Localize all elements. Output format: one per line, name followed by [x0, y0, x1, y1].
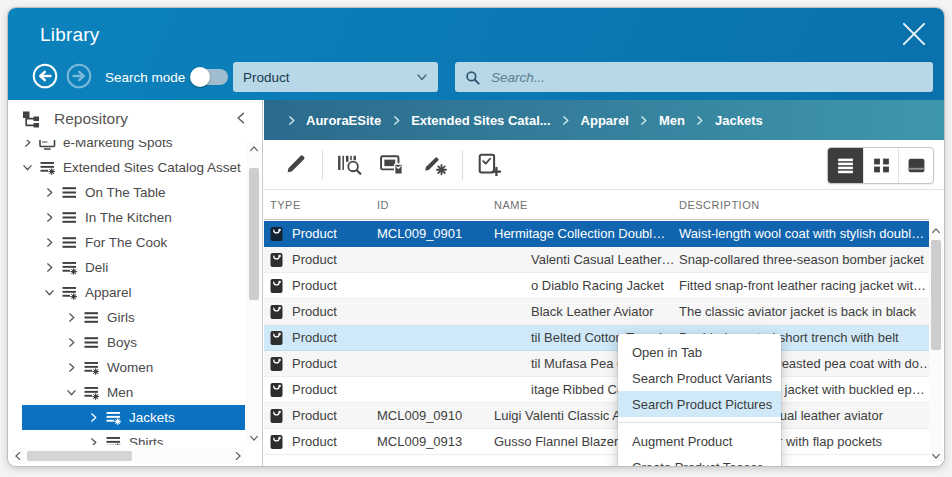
- table-row[interactable]: Productitage Ribbed Collar Le…Chocolate …: [264, 377, 929, 403]
- table-row[interactable]: ProductMCL009_0901Hermitage Collection D…: [264, 221, 929, 247]
- tree-item-label: For The Cook: [85, 235, 167, 250]
- breadcrumb-item[interactable]: Extended Sites Catal...: [411, 113, 550, 128]
- tree-item-shirts[interactable]: Shirts: [8, 430, 245, 445]
- forward-button[interactable]: [66, 63, 92, 89]
- tree-item-apparel[interactable]: Apparel: [8, 280, 245, 305]
- back-button[interactable]: [32, 63, 58, 89]
- tree-item-men[interactable]: Men: [8, 380, 245, 405]
- list-icon: [61, 210, 78, 225]
- grid-view-button[interactable]: [863, 148, 898, 183]
- tree-item-deli[interactable]: Deli: [8, 255, 245, 280]
- table-row[interactable]: ProductValenti Casual Leather…Snap-colla…: [264, 247, 929, 273]
- menu-item-search-product-pictures[interactable]: Search Product Pictures: [618, 391, 781, 417]
- table-row[interactable]: Producttil Mufasa Pea CoatElegant double…: [264, 351, 929, 377]
- sidebar-horizontal-scrollbar[interactable]: [11, 449, 244, 463]
- list-view-button[interactable]: [828, 148, 863, 183]
- menu-item-augment-product[interactable]: Augment Product: [618, 428, 781, 454]
- breadcrumb-chevron-icon: [381, 115, 411, 126]
- list-icon: [83, 310, 100, 325]
- breadcrumb-item[interactable]: Jackets: [715, 113, 763, 128]
- cell-description: Waist-length wool coat with stylish doub…: [679, 226, 929, 241]
- column-header-description[interactable]: DESCRIPTION: [679, 199, 929, 211]
- card-view-button[interactable]: [898, 148, 933, 183]
- chevron-down-icon[interactable]: [44, 287, 61, 298]
- chevron-right-icon[interactable]: [88, 412, 105, 423]
- search-type-dropdown[interactable]: Product: [233, 62, 438, 92]
- scroll-left-icon[interactable]: [11, 449, 24, 462]
- scroll-up-icon[interactable]: [929, 224, 942, 237]
- tree-item-women[interactable]: Women: [8, 355, 245, 380]
- menu-item-open-in-tab[interactable]: Open in Tab: [618, 339, 781, 365]
- breadcrumb-item[interactable]: Men: [659, 113, 685, 128]
- tree-item-girls[interactable]: Girls: [8, 305, 245, 330]
- chevron-right-icon[interactable]: [44, 187, 61, 198]
- search-type-value: Product: [243, 70, 290, 85]
- chevron-down-icon[interactable]: [22, 162, 39, 173]
- scroll-up-icon[interactable]: [247, 142, 260, 155]
- tree-item-label: Deli: [85, 260, 108, 275]
- breadcrumb-chevron-icon: [685, 115, 715, 126]
- augment-button[interactable]: [423, 153, 448, 176]
- table-row[interactable]: ProductMCL009_0913Gusso Flannel BlazerTw…: [264, 429, 929, 455]
- breadcrumb-item[interactable]: AuroraESite: [306, 113, 381, 128]
- close-icon[interactable]: [900, 20, 928, 48]
- tree-item-on-the-table[interactable]: On The Table: [8, 180, 245, 205]
- chevron-right-icon[interactable]: [88, 437, 105, 445]
- search-input[interactable]: [489, 69, 923, 86]
- chevron-right-icon[interactable]: [22, 140, 39, 148]
- chevron-down-icon[interactable]: [66, 387, 83, 398]
- scroll-down-icon[interactable]: [929, 449, 942, 462]
- menu-item-create-product-teaser[interactable]: Create Product Teaser: [618, 454, 781, 466]
- chevron-right-icon[interactable]: [66, 362, 83, 373]
- column-header-id[interactable]: ID: [377, 199, 494, 211]
- chevron-right-icon[interactable]: [44, 262, 61, 273]
- chevron-right-icon[interactable]: [44, 212, 61, 223]
- table-row[interactable]: Producttil Belted Cotton TrenchDouble-br…: [264, 325, 929, 351]
- sidebar-collapse-icon[interactable]: [234, 111, 248, 125]
- tree-item-boys[interactable]: Boys: [8, 330, 245, 355]
- search-variants-button[interactable]: [337, 153, 362, 176]
- table-row[interactable]: ProductBlack Leather AviatorThe classic …: [264, 299, 929, 325]
- scroll-right-icon[interactable]: [231, 449, 244, 462]
- scrollbar-thumb[interactable]: [27, 451, 132, 461]
- column-header-type[interactable]: TYPE: [270, 199, 377, 211]
- view-switcher: [827, 147, 934, 184]
- tree-item-label: Boys: [107, 335, 137, 350]
- table-row[interactable]: Producto Diablo Racing JacketFitted snap…: [264, 273, 929, 299]
- scrollbar-thumb[interactable]: [249, 168, 259, 300]
- cell-name: Valenti Casual Leather…: [494, 252, 679, 267]
- menu-item-search-product-variants[interactable]: Search Product Variants: [618, 365, 781, 391]
- column-header-name[interactable]: NAME: [494, 199, 679, 211]
- cell-type: Product: [292, 304, 337, 319]
- catalog-icon: [105, 435, 122, 445]
- tree-item-label: Jackets: [129, 410, 175, 425]
- search-box: [455, 62, 933, 92]
- titlebar: Library Search mode Product: [8, 8, 944, 100]
- cell-id: MCL009_0901: [377, 226, 494, 241]
- search-mode-toggle[interactable]: [192, 69, 228, 85]
- table-row[interactable]: ProductMCL009_0910Luigi Valenti Classic …: [264, 403, 929, 429]
- scroll-down-icon[interactable]: [247, 431, 260, 444]
- scrollbar-thumb[interactable]: [931, 240, 941, 350]
- tree-item-extended-sites-catalog-asset-s[interactable]: Extended Sites Catalog Asset S: [8, 155, 245, 180]
- create-teaser-button[interactable]: [477, 153, 502, 176]
- tree-item-in-the-kitchen[interactable]: In The Kitchen: [8, 205, 245, 230]
- catalog-icon: [83, 385, 100, 400]
- chevron-right-icon[interactable]: [66, 337, 83, 348]
- table-vertical-scrollbar[interactable]: [929, 224, 943, 462]
- tree-item-for-the-cook[interactable]: For The Cook: [8, 230, 245, 255]
- edit-button[interactable]: [283, 153, 308, 176]
- product-type-icon: [270, 408, 283, 424]
- sidebar-vertical-scrollbar[interactable]: [247, 142, 261, 444]
- cell-type: Product: [292, 356, 337, 371]
- tree-item-e-marketing-spots[interactable]: e-Marketing Spots: [8, 140, 245, 155]
- search-pictures-button[interactable]: [380, 153, 405, 176]
- cell-description: The classic aviator jacket is back in bl…: [679, 304, 929, 319]
- tree-item-jackets[interactable]: Jackets: [22, 405, 245, 430]
- chevron-right-icon[interactable]: [66, 312, 83, 323]
- tree-item-label: Apparel: [85, 285, 132, 300]
- cell-type: Product: [292, 226, 337, 241]
- breadcrumb-item[interactable]: Apparel: [581, 113, 629, 128]
- chevron-right-icon[interactable]: [44, 237, 61, 248]
- product-type-icon: [270, 382, 283, 398]
